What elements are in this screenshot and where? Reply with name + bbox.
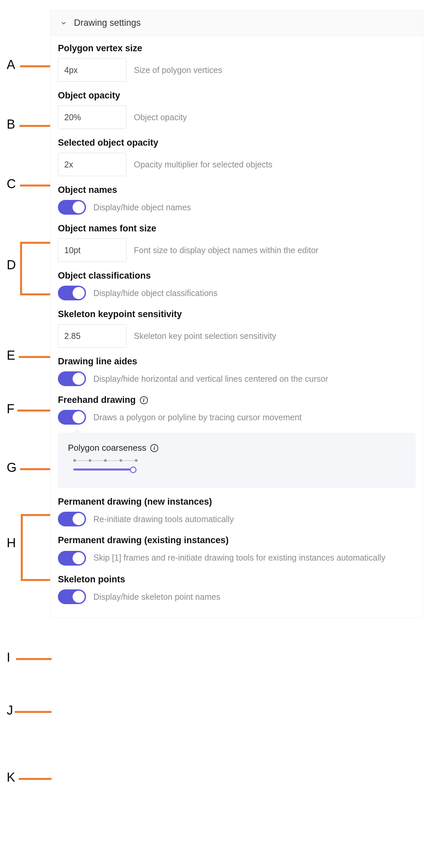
- annotation-e: E: [7, 348, 15, 363]
- setting-desc: Display/hide object names: [93, 203, 191, 212]
- setting-desc: Size of polygon vertices: [134, 65, 222, 75]
- annotation-b: B: [7, 117, 15, 132]
- setting-label: Selected object opacity: [58, 137, 416, 148]
- chevron-down-icon: [60, 20, 67, 27]
- polygon-coarseness-slider[interactable]: [73, 466, 134, 472]
- info-icon[interactable]: i: [140, 396, 148, 404]
- setting-desc: Object opacity: [134, 113, 187, 122]
- annotation-line: [19, 778, 52, 780]
- annotation-k: K: [7, 770, 15, 785]
- setting-label: Skeleton points: [58, 574, 416, 585]
- annotation-line: [18, 409, 52, 411]
- setting-label: Object names: [58, 185, 416, 195]
- setting-permanent-drawing-existing: Permanent drawing (existing instances) S…: [58, 535, 416, 566]
- setting-desc: Skip [1] frames and re-initiate drawing …: [93, 552, 386, 564]
- label-text: Polygon coarseness: [68, 443, 146, 453]
- setting-label: Object classifications: [58, 271, 416, 281]
- annotation-column: A B C D E F G H I J K: [0, 0, 50, 868]
- annotation-line: [20, 185, 52, 187]
- annotation-line: [21, 514, 23, 581]
- setting-drawing-line-aides: Drawing line aides Display/hide horizont…: [58, 356, 416, 386]
- setting-label: Permanent drawing (new instances): [58, 497, 416, 507]
- drawing-line-aides-toggle[interactable]: [58, 371, 86, 386]
- setting-object-classifications: Object classifications Display/hide obje…: [58, 271, 416, 300]
- annotation-line: [19, 356, 52, 358]
- object-opacity-input[interactable]: [58, 105, 127, 129]
- setting-object-names: Object names Display/hide object names: [58, 185, 416, 215]
- skeleton-keypoint-sensitivity-input[interactable]: [58, 324, 127, 348]
- freehand-drawing-toggle[interactable]: [58, 410, 86, 425]
- annotation-line: [15, 711, 52, 713]
- annotation-h: H: [7, 536, 16, 550]
- setting-skeleton-points: Skeleton points Display/hide skeleton po…: [58, 574, 416, 604]
- setting-freehand-drawing: Freehand drawing i Draws a polygon or po…: [58, 395, 416, 488]
- coarseness-dots-icon: [73, 459, 405, 462]
- setting-desc: Font size to display object names within…: [134, 245, 319, 255]
- setting-label: Polygon coarseness i: [68, 443, 405, 453]
- setting-desc: Display/hide skeleton point names: [93, 592, 220, 602]
- object-names-toggle[interactable]: [58, 200, 86, 215]
- setting-skeleton-keypoint-sensitivity: Skeleton keypoint sensitivity Skeleton k…: [58, 309, 416, 348]
- label-text: Freehand drawing: [58, 395, 136, 405]
- polygon-coarseness-panel: Polygon coarseness i: [58, 433, 416, 488]
- drawing-settings-panel: Drawing settings Polygon vertex size Siz…: [50, 10, 423, 618]
- setting-permanent-drawing-new: Permanent drawing (new instances) Re-ini…: [58, 497, 416, 526]
- annotation-g: G: [7, 461, 17, 475]
- setting-desc: Draws a polygon or polyline by tracing c…: [93, 412, 302, 422]
- setting-label: Polygon vertex size: [58, 43, 416, 54]
- annotation-a: A: [7, 58, 15, 72]
- annotation-j: J: [7, 703, 13, 718]
- annotation-line: [16, 658, 52, 660]
- setting-label: Drawing line aides: [58, 356, 416, 367]
- setting-label: Permanent drawing (existing instances): [58, 535, 416, 546]
- panel-body: Polygon vertex size Size of polygon vert…: [51, 36, 423, 618]
- panel-header[interactable]: Drawing settings: [51, 10, 423, 36]
- annotation-line: [21, 579, 52, 581]
- annotation-line: [21, 514, 52, 516]
- skeleton-points-toggle[interactable]: [58, 589, 86, 604]
- panel-title: Drawing settings: [74, 18, 141, 28]
- annotation-f: F: [7, 402, 14, 416]
- setting-desc: Re-initiate drawing tools automatically: [93, 515, 234, 524]
- setting-object-names-font-size: Object names font size Font size to disp…: [58, 223, 416, 262]
- permanent-drawing-new-toggle[interactable]: [58, 512, 86, 526]
- setting-desc: Opacity multiplier for selected objects: [134, 160, 272, 169]
- setting-selected-object-opacity: Selected object opacity Opacity multipli…: [58, 137, 416, 176]
- annotation-i: I: [7, 650, 10, 665]
- setting-desc: Display/hide horizontal and vertical lin…: [93, 374, 328, 384]
- setting-label: Skeleton keypoint sensitivity: [58, 309, 416, 319]
- annotation-line: [20, 293, 52, 296]
- annotation-line: [20, 65, 52, 67]
- object-classifications-toggle[interactable]: [58, 286, 86, 300]
- annotation-c: C: [7, 177, 16, 191]
- annotation-line: [20, 242, 22, 296]
- setting-label: Object opacity: [58, 90, 416, 101]
- setting-desc: Skeleton key point selection sensitivity: [134, 331, 276, 341]
- setting-desc: Display/hide object classifications: [93, 288, 218, 298]
- object-names-font-size-input[interactable]: [58, 239, 127, 262]
- setting-object-opacity: Object opacity Object opacity: [58, 90, 416, 129]
- annotation-line: [20, 468, 52, 470]
- permanent-drawing-existing-toggle[interactable]: [58, 551, 86, 566]
- setting-label: Freehand drawing i: [58, 395, 416, 405]
- setting-label: Object names font size: [58, 223, 416, 234]
- info-icon[interactable]: i: [150, 444, 158, 452]
- selected-object-opacity-input[interactable]: [58, 153, 127, 176]
- annotation-line: [20, 242, 52, 244]
- polygon-vertex-size-input[interactable]: [58, 58, 127, 82]
- annotation-d: D: [7, 258, 16, 272]
- setting-polygon-vertex-size: Polygon vertex size Size of polygon vert…: [58, 43, 416, 82]
- annotation-line: [20, 125, 52, 127]
